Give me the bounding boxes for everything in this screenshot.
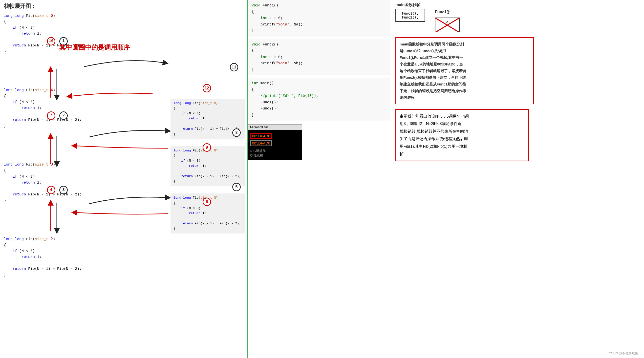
circle-9: 9 [203,143,211,152]
right-section: main函数栈帧 Func1();Func2(); Func1(); a [390,0,644,358]
terminal-addr2: 005DFAD0 [250,140,300,147]
func2-code: void Func2() { int b = 0; printf("%p\n",… [248,39,390,76]
circle-2: 2 [59,112,68,120]
terminal-body: 005DFAD0 005DFAD0 D:\课堂代按任意键 [248,130,302,160]
circle-12: 12 [203,84,211,92]
fib5-n: 5 [50,13,53,18]
fib2-block: long long Fib(size_t 2) { if (N < 3) ret… [4,236,164,278]
terminal-area: Microsoft Visu 005DFAD0 005DFAD0 D:\课堂代按… [248,124,390,160]
fib3-n: 3 [50,162,53,167]
circle-6: 6 [203,198,211,206]
func1-stack-group: Func1(); a [435,2,460,32]
main-stack-label: main函数栈帧 [396,2,425,8]
func1-frame-box: a [435,18,460,32]
info-box-2: 由图我们能看出假设N=5，5调用4，4调 用3，3调用2，N=2时<3满足条件返… [396,109,529,161]
func1-stack-label: Func1(); [435,10,460,14]
fib4-n: 4 [50,88,53,92]
call-order-text: 其中圆圈中的是调用顺序 [59,43,130,52]
main-container: 栈帧展开图： long long Fib(size_t 5) { if (N <… [0,0,644,358]
circle-7: 7 [47,112,55,120]
page-title: 栈帧展开图： [4,2,164,10]
circle-5: 5 [232,183,241,191]
main-stack-group: main函数栈帧 Func1();Func2(); [396,2,425,32]
middle-sub-code: 11 12 long long Fib(size_t N) { if (N < … [168,0,247,358]
circle-11: 11 [230,63,238,72]
terminal-title-bar: Microsoft Visu [248,124,302,130]
fib4-block: long long Fib(size_t 4) { if (N < 3) ret… [4,87,164,129]
main-func-box: Func1();Func2(); [396,9,425,22]
terminal-text: D:\课堂代按任意键 [250,149,300,158]
stack-diagrams: main函数栈帧 Func1();Func2(); Func1(); a [396,2,639,32]
main-code: int main() { //printf("%d\n", Fib(10)); … [248,78,390,120]
info-box-1: main函数栈帧中分别调用两个函数分别是Func1()和Func2(),先调用F… [396,37,534,104]
sub-code-2: long long Fib(size_t N) { if (N < 3) ret… [170,146,245,186]
left-section: 栈帧展开图： long long Fib(size_t 5) { if (N <… [0,0,168,358]
middle-section: void Func1() { int a = 0; printf("%p\n",… [247,0,390,358]
terminal-addr1: 005DFAD0 [250,132,300,140]
watermark: CSDN @不喜欢吃鱼. [609,351,639,356]
circle-10: 10 [47,37,55,46]
sub-code-1: long long Fib(size_t N) { if (N < 3) ret… [170,99,245,139]
circle-8: 8 [232,128,241,137]
fib4-keyword: long long [4,88,26,92]
fib5-keyword: long long [4,14,26,18]
fib3-block: long long Fib(size_t 3) { if (N < 3) ret… [4,161,164,203]
fib2-n: 2 [50,237,53,242]
func1-code: void Func1() { int a = 0; printf("%p\n",… [248,0,390,36]
